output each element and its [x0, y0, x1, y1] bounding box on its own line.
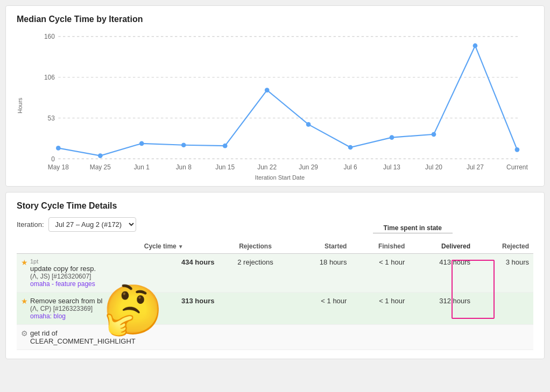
th-rejected: Rejected: [475, 239, 533, 254]
th-rejections: Rejections: [218, 239, 292, 254]
rejected-cell: [475, 293, 533, 325]
story-cell: ⚙ get rid of CLEAR_COMMENT_HIGHLIGHT: [17, 325, 140, 350]
svg-text:May 18: May 18: [48, 163, 69, 171]
svg-text:Jun 8: Jun 8: [176, 163, 192, 171]
table-row: ⚙ get rid of CLEAR_COMMENT_HIGHLIGHT: [17, 325, 533, 350]
svg-point-22: [139, 141, 144, 146]
svg-text:Jun 15: Jun 15: [215, 163, 235, 171]
svg-text:Current: Current: [506, 163, 528, 171]
x-axis-label: Iteration Start Date: [26, 174, 533, 181]
finished-cell: < 1 hour: [351, 293, 409, 325]
gear-icon: ⚙: [21, 329, 28, 338]
story-label[interactable]: omaha - feature pages: [30, 280, 96, 288]
table-wrapper: Cycle time ▼ Rejections Started Finished…: [17, 239, 533, 350]
chart-inner: 160 106 53 0 May 18 May 25 Jun 1 Jun 8 J…: [26, 31, 533, 181]
iteration-select[interactable]: Jul 27 – Aug 2 (#172): [48, 217, 136, 232]
delivered-cell: 312 hours: [409, 293, 475, 325]
svg-point-20: [56, 146, 61, 151]
iteration-label: Iteration:: [17, 220, 44, 229]
svg-point-31: [515, 147, 520, 152]
svg-text:Jul 6: Jul 6: [344, 163, 358, 171]
cycle-time-cell: [140, 325, 219, 350]
rejections-cell: 2 rejections: [218, 254, 292, 293]
cycle-time-table: Cycle time ▼ Rejections Started Finished…: [17, 239, 533, 350]
svg-text:May 25: May 25: [90, 163, 111, 171]
delivered-cell: [409, 325, 475, 350]
delivered-cell: 413 hours: [409, 254, 475, 293]
svg-text:0: 0: [51, 155, 55, 163]
rejected-cell: 3 hours: [475, 254, 533, 293]
rejected-cell: [475, 325, 533, 350]
rejections-cell: [218, 293, 292, 325]
chart-title: Median Cycle Time by Iteration: [17, 15, 533, 24]
finished-cell: < 1 hour: [351, 254, 409, 293]
svg-text:53: 53: [48, 115, 55, 122]
time-spent-header: Time spent in state: [373, 224, 453, 233]
th-started: Started: [292, 239, 351, 254]
iteration-row: Iteration: Jul 27 – Aug 2 (#172): [17, 217, 533, 232]
y-axis-label: Hours: [17, 31, 23, 181]
finished-cell: [351, 325, 409, 350]
story-subtitle[interactable]: (Λ, CP) [#126323369]: [30, 305, 102, 312]
svg-point-30: [473, 44, 478, 48]
story-cell: ★ 1pt update copy for resp. (Λ, JS) [#12…: [17, 254, 140, 293]
section-title: Story Cycle Time Details: [17, 201, 533, 211]
svg-point-29: [432, 132, 436, 137]
table-header-row: Cycle time ▼ Rejections Started Finished…: [17, 239, 533, 254]
th-finished: Finished: [351, 239, 409, 254]
sort-arrow-icon: ▼: [178, 244, 184, 250]
svg-text:106: 106: [44, 74, 55, 81]
started-cell: < 1 hour: [292, 293, 351, 325]
svg-text:Jun 22: Jun 22: [257, 163, 277, 171]
svg-point-24: [223, 144, 228, 148]
chart-svg: 160 106 53 0 May 18 May 25 Jun 1 Jun 8 J…: [26, 31, 533, 170]
th-story: [17, 239, 140, 254]
th-cycle-time[interactable]: Cycle time ▼: [140, 239, 219, 254]
svg-text:Jul 13: Jul 13: [383, 163, 400, 171]
table-section: Story Cycle Time Details Iteration: Jul …: [5, 192, 545, 359]
svg-point-25: [265, 88, 270, 92]
story-title: get rid of CLEAR_COMMENT_HIGHLIGHT: [30, 329, 136, 345]
svg-text:Jun 1: Jun 1: [134, 163, 150, 171]
story-cell: ★ Remove search from bl (Λ, CP) [#126323…: [17, 293, 140, 325]
svg-point-23: [181, 142, 186, 147]
star-icon: ★: [21, 258, 28, 267]
story-points: 1pt: [30, 258, 96, 265]
story-title: Remove search from bl: [30, 297, 102, 305]
story-title: update copy for resp.: [30, 265, 96, 273]
story-subtitle[interactable]: (Λ, JS) [#126320607]: [30, 273, 96, 280]
started-cell: [292, 325, 351, 350]
story-label[interactable]: omaha: blog: [30, 312, 102, 320]
svg-text:Jul 27: Jul 27: [467, 163, 484, 171]
svg-text:160: 160: [44, 33, 55, 40]
cycle-time-cell: 313 hours: [140, 293, 219, 325]
rejections-cell: [218, 325, 292, 350]
svg-text:Jul 20: Jul 20: [425, 163, 442, 171]
svg-text:Jun 29: Jun 29: [299, 163, 318, 171]
table-row: ★ 1pt update copy for resp. (Λ, JS) [#12…: [17, 254, 533, 293]
table-row: ★ Remove search from bl (Λ, CP) [#126323…: [17, 293, 533, 325]
star-icon: ★: [21, 297, 28, 305]
svg-point-27: [348, 145, 353, 150]
svg-point-26: [306, 122, 311, 127]
th-delivered: Delivered: [409, 239, 475, 254]
chart-section: Median Cycle Time by Iteration Hours 160…: [5, 5, 545, 187]
svg-point-21: [98, 153, 103, 158]
started-cell: 18 hours: [292, 254, 351, 293]
svg-point-28: [390, 135, 394, 140]
cycle-time-cell: 434 hours: [140, 254, 219, 293]
